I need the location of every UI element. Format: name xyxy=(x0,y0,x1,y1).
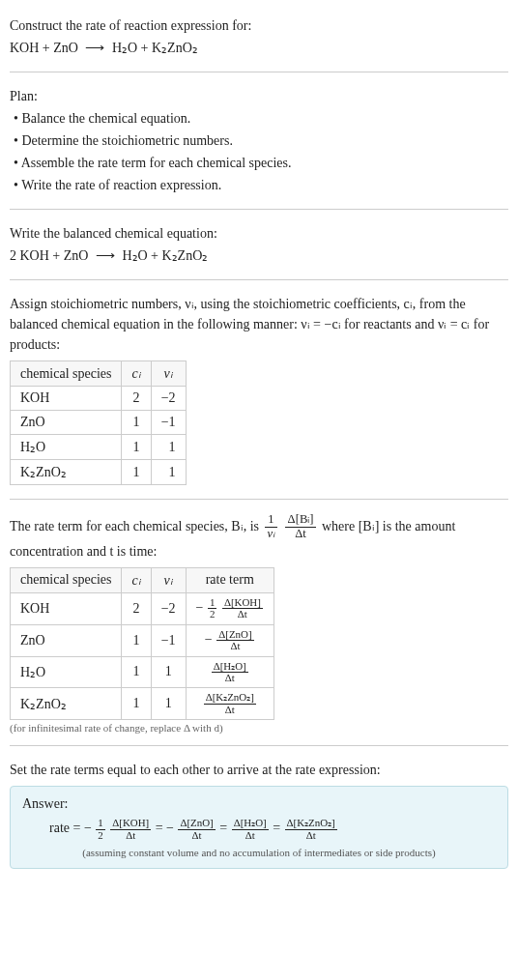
table-row: KOH 2 −2 − 1 2 Δ[KOH] Δt xyxy=(11,592,274,624)
ci-label: cᵢ xyxy=(131,366,140,381)
cell-vi: −1 xyxy=(151,411,186,435)
col-vi: νᵢ xyxy=(151,567,186,592)
plan-item: • Write the rate of reaction expression. xyxy=(14,175,508,195)
cell-ci: 1 xyxy=(122,411,151,435)
table-row: KOH 2 −2 xyxy=(11,387,187,411)
main-frac: Δ[H₂O] Δt xyxy=(212,661,248,684)
cell-species: KOH xyxy=(11,387,122,411)
divider xyxy=(10,499,508,500)
eq-rhs: H₂O + K₂ZnO₂ xyxy=(112,41,198,55)
frac-num: Δ[Bᵢ] xyxy=(285,513,317,528)
equals: = xyxy=(156,821,166,835)
term2-frac: Δ[ZnO] Δt xyxy=(178,818,215,841)
cell-ci: 1 xyxy=(122,435,151,460)
rateterm-note: (for infinitesimal rate of change, repla… xyxy=(10,722,508,734)
rateterm-table: chemical species cᵢ νᵢ rate term KOH 2 −… xyxy=(10,567,274,721)
arrow-icon: ⟶ xyxy=(92,248,119,263)
table-row: K₂ZnO₂ 1 1 Δ[K₂ZnO₂] Δt xyxy=(11,688,274,720)
main-frac: Δ[K₂ZnO₂] Δt xyxy=(204,692,256,715)
frac-num: 1 xyxy=(96,818,104,829)
cell-rate: Δ[K₂ZnO₂] Δt xyxy=(186,688,273,720)
frac-den: Δt xyxy=(110,830,151,841)
main-frac: Δ[KOH] Δt xyxy=(222,597,263,620)
frac-den: Δt xyxy=(285,528,317,541)
rate-expression: rate = − 1 2 Δ[KOH] Δt = − Δ[ZnO] Δt = Δ… xyxy=(22,818,496,841)
divider xyxy=(10,72,508,72)
col-ci: cᵢ xyxy=(122,361,151,387)
unbalanced-equation: KOH + ZnO ⟶ H₂O + K₂ZnO₂ xyxy=(10,38,508,58)
stoich-intro: Assign stoichiometric numbers, νᵢ, using… xyxy=(10,294,508,355)
col-vi: νᵢ xyxy=(151,361,186,387)
vi-label: νᵢ xyxy=(164,366,173,381)
table-row: H₂O 1 1 Δ[H₂O] Δt xyxy=(11,656,274,688)
frac-num: Δ[KOH] xyxy=(110,818,151,829)
plan-heading: Plan: xyxy=(10,86,508,106)
vi-label: νᵢ xyxy=(164,573,173,588)
construct-text: Construct the rate of reaction expressio… xyxy=(10,15,508,36)
frac-den: Δt xyxy=(216,641,253,651)
neg-sign: − xyxy=(205,632,213,647)
divider xyxy=(10,279,508,280)
answer-label: Answer: xyxy=(22,796,496,812)
cell-ci: 2 xyxy=(122,387,151,411)
cell-rate: − 1 2 Δ[KOH] Δt xyxy=(186,592,273,624)
table-row: ZnO 1 −1 xyxy=(11,411,187,435)
stoich-table: chemical species cᵢ νᵢ KOH 2 −2 ZnO 1 −1… xyxy=(10,360,187,485)
balanced-heading: Write the balanced chemical equation: xyxy=(10,223,508,244)
cell-species: H₂O xyxy=(11,656,122,688)
cell-rate: Δ[H₂O] Δt xyxy=(186,656,273,688)
divider xyxy=(10,209,508,210)
table-header-row: chemical species cᵢ νᵢ xyxy=(11,361,187,387)
answer-note: (assuming constant volume and no accumul… xyxy=(22,847,496,858)
frac-dbi-dt: Δ[Bᵢ] Δt xyxy=(285,513,317,541)
frac-den: Δt xyxy=(285,830,337,841)
divider xyxy=(10,745,508,746)
plan-section: Plan: • Balance the chemical equation. •… xyxy=(10,78,508,203)
intro-text-a: The rate term for each chemical species,… xyxy=(10,519,263,533)
cell-species: ZnO xyxy=(11,624,122,656)
eq-rhs: H₂O + K₂ZnO₂ xyxy=(122,248,208,263)
frac-den: Δt xyxy=(204,705,256,715)
frac-den: Δt xyxy=(232,830,269,841)
equals: = xyxy=(273,821,283,835)
main-frac: Δ[ZnO] Δt xyxy=(216,629,253,652)
plan-item: • Determine the stoichiometric numbers. xyxy=(14,130,508,151)
frac-num: Δ[K₂ZnO₂] xyxy=(204,692,256,704)
cell-vi: 1 xyxy=(151,435,186,460)
final-section: Set the rate terms equal to each other t… xyxy=(10,752,508,875)
rateterm-intro: The rate term for each chemical species,… xyxy=(10,513,508,562)
frac-den: Δt xyxy=(212,673,248,683)
table-row: ZnO 1 −1 − Δ[ZnO] Δt xyxy=(11,624,274,656)
cell-vi: 1 xyxy=(151,460,186,485)
balanced-equation: 2 KOH + ZnO ⟶ H₂O + K₂ZnO₂ xyxy=(10,245,508,266)
col-ci: cᵢ xyxy=(122,567,151,592)
cell-ci: 2 xyxy=(122,592,151,624)
table-header-row: chemical species cᵢ νᵢ rate term xyxy=(11,567,274,592)
neg-sign: − xyxy=(196,600,204,615)
plan-item: • Assemble the rate term for each chemic… xyxy=(14,153,508,173)
table-row: K₂ZnO₂ 1 1 xyxy=(11,460,187,485)
half-frac: 1 2 xyxy=(96,818,104,841)
cell-ci: 1 xyxy=(122,688,151,720)
cell-ci: 1 xyxy=(122,624,151,656)
col-species: chemical species xyxy=(11,567,122,592)
col-species: chemical species xyxy=(11,361,122,387)
intro-section: Construct the rate of reaction expressio… xyxy=(10,8,508,66)
plan-item: • Balance the chemical equation. xyxy=(14,108,508,129)
cell-species: ZnO xyxy=(11,411,122,435)
rateterm-section: The rate term for each chemical species,… xyxy=(10,505,508,739)
frac-den: Δt xyxy=(178,830,215,841)
cell-vi: −2 xyxy=(151,387,186,411)
coef-frac: 1 2 xyxy=(208,597,216,620)
stoich-section: Assign stoichiometric numbers, νᵢ, using… xyxy=(10,286,508,493)
col-rate: rate term xyxy=(186,567,273,592)
answer-box: Answer: rate = − 1 2 Δ[KOH] Δt = − Δ[ZnO… xyxy=(10,786,508,869)
cell-vi: 1 xyxy=(151,656,186,688)
table-row: H₂O 1 1 xyxy=(11,435,187,460)
equals: = xyxy=(219,821,230,835)
frac-num: Δ[K₂ZnO₂] xyxy=(285,818,337,829)
cell-species: KOH xyxy=(11,592,122,624)
neg-sign: − xyxy=(84,821,92,835)
cell-vi: 1 xyxy=(151,688,186,720)
ci-label: cᵢ xyxy=(131,573,140,588)
